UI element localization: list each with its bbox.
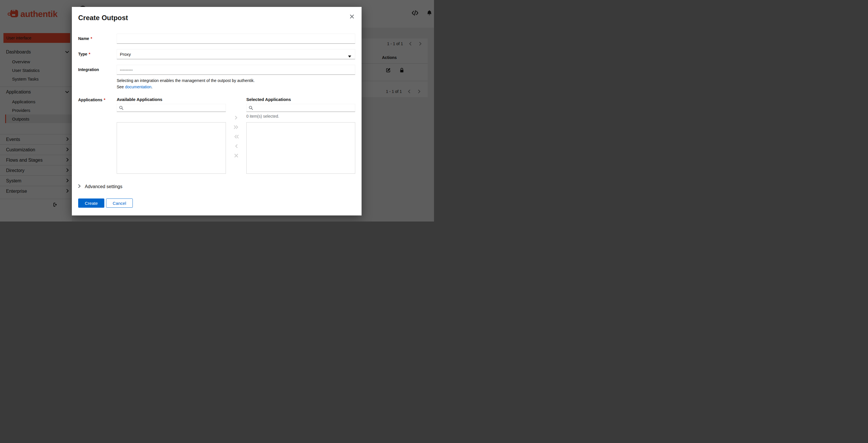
- search-icon: [119, 106, 124, 111]
- modal-footer: Create Cancel: [78, 199, 355, 208]
- advanced-settings-label: Advanced settings: [85, 184, 122, 189]
- applications-field-row: Applications* Available Applications: [78, 97, 355, 174]
- available-applications-list[interactable]: [117, 122, 226, 174]
- type-select[interactable]: Proxy: [117, 49, 355, 59]
- add-selected-icon[interactable]: [235, 115, 238, 121]
- create-outpost-modal: Create Outpost Name* Type*: [72, 7, 362, 215]
- integration-select[interactable]: ---------: [117, 65, 355, 75]
- applications-label: Applications: [78, 97, 102, 102]
- available-applications-pane: Available Applications: [117, 97, 226, 174]
- caret-down-icon: [348, 54, 351, 58]
- name-label: Name: [78, 36, 89, 41]
- available-search-input[interactable]: [117, 104, 226, 112]
- type-select-value: Proxy: [120, 52, 131, 57]
- advanced-settings-toggle[interactable]: Advanced settings: [78, 183, 355, 190]
- dual-list-controls: [226, 97, 246, 174]
- selected-applications-pane: Selected Applications 0 item(s) selected…: [246, 97, 355, 174]
- required-asterisk: *: [91, 36, 92, 41]
- selected-applications-title: Selected Applications: [246, 97, 355, 101]
- integration-field-row: Integration --------- Selecting an integ…: [78, 65, 355, 90]
- page-root: authentik User interface Dashboards Over…: [0, 0, 434, 222]
- search-icon: [249, 106, 253, 111]
- clear-selection-icon[interactable]: [234, 152, 238, 158]
- integration-help-text: Selecting an integration enables the man…: [117, 78, 355, 90]
- remove-all-icon[interactable]: [234, 134, 239, 140]
- selected-search-input[interactable]: [246, 104, 355, 112]
- modal-title: Create Outpost: [78, 14, 128, 22]
- remove-selected-icon[interactable]: [235, 143, 238, 149]
- selected-applications-list[interactable]: [246, 122, 355, 174]
- required-asterisk: *: [104, 97, 105, 102]
- selected-count-text: 0 item(s) selected.: [246, 114, 355, 118]
- create-outpost-form: Name* Type* Proxy: [78, 34, 355, 208]
- create-button[interactable]: Create: [78, 199, 104, 208]
- name-field-row: Name*: [78, 34, 355, 44]
- type-label: Type: [78, 52, 87, 56]
- documentation-link[interactable]: documentation: [125, 85, 152, 89]
- type-field-row: Type* Proxy: [78, 49, 355, 59]
- required-asterisk: *: [89, 52, 90, 56]
- cancel-button[interactable]: Cancel: [106, 199, 133, 208]
- name-input[interactable]: [117, 34, 355, 44]
- close-icon[interactable]: [350, 14, 354, 20]
- integration-label: Integration: [78, 67, 99, 72]
- available-applications-title: Available Applications: [117, 97, 226, 101]
- integration-select-value: ---------: [120, 67, 133, 72]
- chevron-right-icon: [78, 184, 81, 189]
- add-all-icon[interactable]: [234, 124, 239, 130]
